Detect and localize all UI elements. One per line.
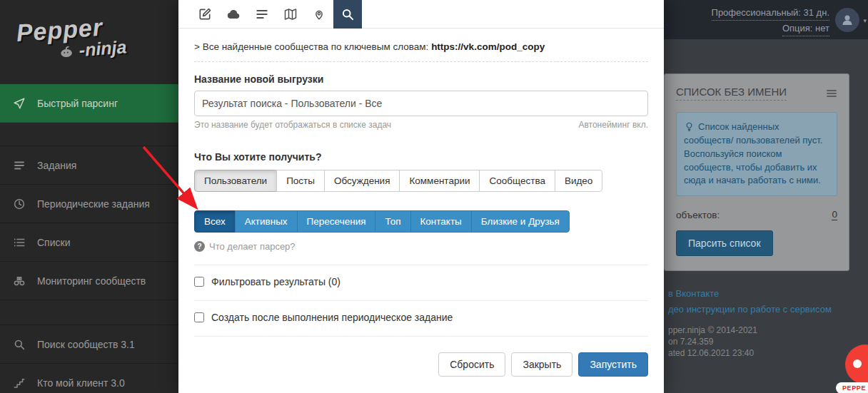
sidebar-item-who-is-my-client[interactable]: Кто мой клиент 3.0 (0, 364, 178, 393)
list-name-title[interactable]: СПИСОК БЕЗ ИМЕНИ (676, 86, 787, 101)
binoculars-icon (13, 275, 26, 287)
sidebar-nav: Быстрый парсинг Задания Периодические за… (0, 84, 178, 393)
export-name-input[interactable] (194, 91, 648, 116)
tasks-icon (255, 7, 269, 21)
top-header: Профессиональный: 31 дн. Опция: нет ▾ (664, 0, 868, 39)
sidebar-item-label: Списки (37, 237, 70, 248)
sidebar-item-label: Мониторинг сообществ (37, 275, 146, 287)
filter-results-checkbox[interactable] (194, 277, 204, 287)
breadcrumb: > Все найденные сообщества по ключевым с… (194, 41, 648, 52)
location-pin-icon (313, 8, 326, 21)
chat-dot-icon (853, 359, 862, 368)
copyright-text: pper.ninja © 2014-2021 (668, 325, 868, 336)
tab-comments[interactable]: Комментарии (399, 170, 480, 192)
export-name-hint: Это название будет отображаться в списке… (194, 120, 391, 130)
tasks-tool-button[interactable] (248, 0, 276, 29)
filter-results-label: Фильтровать результаты (0) (211, 276, 340, 287)
autonaming-status: Автонейминг вкл. (578, 120, 648, 130)
tasks-icon (13, 159, 26, 172)
chat-badge[interactable]: PEPPE (836, 382, 868, 393)
video-instructions-link[interactable]: део инструкции по работе с сервисом (668, 304, 868, 315)
tab-users[interactable]: Пользователи (194, 170, 277, 192)
objects-label: объектов: (676, 210, 720, 220)
parse-list-button[interactable]: Парсить список (676, 230, 773, 256)
divider (194, 61, 648, 62)
map-tool-button[interactable] (276, 0, 305, 29)
avatar[interactable] (835, 8, 859, 32)
mode-all[interactable]: Всех (194, 210, 236, 233)
sidebar-item-label: Кто мой клиент 3.0 (37, 377, 125, 389)
sidebar-item-quick-parsing[interactable]: Быстрый парсинг (0, 84, 178, 123)
sidebar-item-periodic-tasks[interactable]: Периодические задания (0, 185, 178, 223)
cloud-tool-button[interactable] (219, 0, 248, 29)
pencil-square-icon (198, 7, 212, 21)
chevron-down-icon[interactable]: ▾ (863, 17, 867, 24)
search-tool-button[interactable] (333, 0, 362, 29)
search-icon (13, 338, 26, 351)
menu-icon[interactable] (826, 88, 837, 99)
divider (194, 336, 648, 337)
parser-help-link[interactable]: ? Что делает парсер? (194, 241, 648, 252)
sidebar-item-lists[interactable]: Списки (0, 223, 178, 262)
tab-posts[interactable]: Посты (276, 170, 325, 192)
location-tool-button[interactable] (305, 0, 333, 29)
periodic-task-label: Создать после выполнения периодическое з… (211, 312, 453, 323)
compose-tool-button[interactable] (191, 0, 219, 29)
mode-friends[interactable]: Близкие и Друзья (471, 210, 570, 233)
mode-top[interactable]: Топ (375, 210, 410, 233)
search-icon (340, 7, 355, 21)
mode-intersections[interactable]: Пересечения (297, 210, 376, 233)
pepper-icon (59, 43, 75, 59)
tab-video[interactable]: Видео (555, 170, 602, 192)
clock-icon (13, 198, 26, 210)
sidebar-item-community-monitoring[interactable]: Мониторинг сообществ (0, 262, 178, 300)
tab-discussions[interactable]: Обсуждения (324, 170, 400, 192)
breadcrumb-keyword-link[interactable]: https://vk.com/pod_copy (431, 41, 545, 52)
objects-count-link[interactable]: 0 (832, 209, 837, 220)
chat-logo-icon[interactable] (845, 344, 868, 384)
tab-communities[interactable]: Сообщества (479, 170, 555, 192)
logo-text-ninja: -ninja (79, 36, 128, 61)
parsing-modal: > Все найденные сообщества по ключевым с… (178, 0, 664, 393)
chat-widget[interactable]: PEPPE (818, 343, 868, 393)
sidebar: Pepper -ninja Быстрый парсинг Задания (0, 0, 178, 393)
sidebar-divider (0, 123, 178, 146)
sidebar-item-label: Периодические задания (37, 198, 150, 210)
cloud-icon (226, 6, 241, 22)
modal-toolbar (178, 0, 664, 29)
close-button[interactable]: Закрыть (511, 352, 572, 377)
parser-help-text: Что делает парсер? (209, 241, 296, 252)
run-button[interactable]: Запустить (578, 352, 648, 377)
sidebar-divider (0, 300, 178, 325)
sidebar-item-label: Быстрый парсинг (37, 98, 118, 109)
result-type-label: Что Вы хотите получить? (194, 151, 648, 163)
lightbulb-icon (684, 121, 695, 132)
rocket-icon (13, 97, 26, 110)
mode-contacts[interactable]: Контакты (410, 210, 472, 233)
option-link[interactable]: Опция: нет (782, 21, 829, 36)
vk-link[interactable]: в Вконтакте (668, 288, 868, 299)
breadcrumb-prefix: > Все найденные сообщества по ключевым с… (194, 41, 431, 52)
export-name-label: Название новой выгрузки (194, 73, 648, 85)
sidebar-item-label: Задания (37, 160, 76, 171)
reset-button[interactable]: Сбросить (438, 352, 505, 377)
sidebar-item-label: Поиск сообществ 3.1 (37, 339, 135, 350)
empty-list-text: Список найденных сообществ/ пользователе… (684, 121, 822, 185)
stairs-icon (13, 377, 26, 389)
mode-active[interactable]: Активных (235, 210, 298, 233)
user-mode-tabs: Всех Активных Пересечения Топ Контакты Б… (194, 210, 570, 233)
sidebar-item-tasks[interactable]: Задания (0, 146, 178, 185)
empty-list-notice: Список найденных сообществ/ пользователе… (676, 112, 837, 196)
periodic-task-checkbox[interactable] (194, 312, 204, 322)
question-icon: ? (194, 241, 205, 252)
sidebar-item-community-search[interactable]: Поиск сообществ 3.1 (0, 325, 178, 364)
app-root: Pepper -ninja Быстрый парсинг Задания (0, 0, 868, 393)
background-page: Профессиональный: 31 дн. Опция: нет ▾ СП… (664, 0, 868, 393)
map-icon (283, 7, 298, 21)
list-icon (13, 236, 26, 249)
logo[interactable]: Pepper -ninja (0, 0, 181, 91)
result-type-tabs: Пользователи Посты Обсуждения Комментари… (194, 170, 602, 192)
user-icon (840, 13, 854, 27)
plan-link[interactable]: Профессиональный: 31 дн. (712, 5, 829, 21)
list-panel: СПИСОК БЕЗ ИМЕНИ Список найденных сообще… (664, 73, 849, 271)
